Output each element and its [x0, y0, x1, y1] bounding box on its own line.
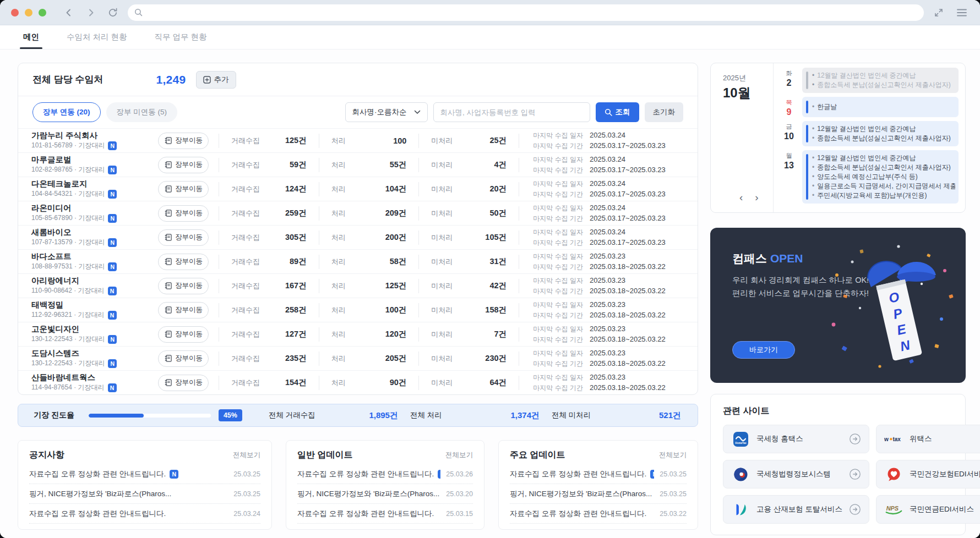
ledger-move-button[interactable]: 장부이동: [158, 326, 209, 343]
view-all-link[interactable]: 전체보기: [445, 451, 473, 460]
ledger-move-button[interactable]: 장부이동: [158, 254, 209, 270]
table-row[interactable]: 고운빛디자인130-12-22543 · 기장대리N장부이동거래수집127건처리…: [18, 322, 698, 346]
last-collect-period-value: 2025.03.17~2025.03.23: [590, 166, 666, 174]
calendar-prev-button[interactable]: ‹: [738, 191, 744, 204]
ledger-move-button[interactable]: 장부이동: [158, 157, 209, 173]
svg-text:HomeTax: HomeTax: [735, 441, 747, 444]
board-item[interactable]: 자료수집 오류 정상화 관련 안내드립니다.25.03.15: [297, 504, 473, 524]
company-name: 새롬바이오: [31, 228, 158, 237]
board-item[interactable]: 핑거, NICE평가정보와 'Biz파로스(Pharos...25.03.25: [29, 484, 260, 504]
reload-button[interactable]: [106, 6, 120, 20]
last-collect-date-value: 2025.03.23: [590, 325, 625, 333]
site-link-wetax[interactable]: wtax위택스: [876, 425, 980, 453]
table-row[interactable]: 도담시스템즈130-12-22543 · 기장대리N장부이동거래수집235건처리…: [18, 346, 698, 370]
last-collect-date-value: 2025.03.23: [590, 252, 625, 260]
close-window-button[interactable]: [11, 9, 19, 17]
ledger-book-icon: [164, 282, 172, 290]
column-divider: [519, 230, 519, 245]
board-item[interactable]: 자료수집 오류 정상화 관련 안내드립니다.25.03.24: [29, 504, 260, 524]
company-search-input[interactable]: [433, 102, 590, 122]
add-client-button[interactable]: 추가: [196, 71, 236, 89]
unprocessed-value: 158건: [485, 305, 507, 315]
board-item[interactable]: 핑거, NICE평가정보와 'Biz파로스(Pharos...25.03.20: [297, 484, 473, 504]
ledger-move-button[interactable]: 장부이동: [158, 278, 209, 294]
table-row[interactable]: 마루글로벌102-82-98765 · 기장대리N장부이동거래수집59건처리55…: [18, 152, 698, 177]
site-link-law-info[interactable]: 국세청법령정보시스템: [723, 460, 869, 488]
new-badge: N: [438, 470, 440, 479]
maximize-window-button[interactable]: [39, 9, 46, 17]
company-registration: 101-81-56789 · 기장대리: [31, 141, 105, 150]
banner-cta-button[interactable]: 바로가기: [732, 341, 795, 359]
unprocessed-value: 4건: [494, 160, 507, 170]
column-divider: [319, 376, 319, 390]
reset-button[interactable]: 초기화: [645, 102, 684, 122]
ledger-book-icon: [164, 306, 172, 314]
tab-수임처 처리 현황[interactable]: 수임처 처리 현황: [67, 25, 127, 49]
processed-label: 처리: [331, 305, 346, 315]
last-collect-period-value: 2025.03.18~2025.03.22: [590, 311, 666, 319]
table-row[interactable]: 바다소프트108-88-97531 · 기장대리N장부이동거래수집89건처리58…: [18, 249, 698, 273]
menu-button[interactable]: [955, 6, 969, 20]
minimize-window-button[interactable]: [25, 9, 32, 17]
last-collect-period-value: 2025.03.18~2025.03.22: [590, 359, 666, 367]
board-item[interactable]: 자료수집 오류 정상화 관련 안내드립니다.25.03.22: [510, 504, 687, 524]
company-name: 라온미디어: [31, 204, 158, 213]
client-panel-header: 전체 담당 수임처 1,249 추가: [18, 63, 698, 96]
table-row[interactable]: 새롬바이오107-87-13579 · 기장대리N장부이동거래수집305건처리2…: [18, 225, 698, 249]
ledger-move-button[interactable]: 장부이동: [158, 133, 209, 149]
ledger-move-button[interactable]: 장부이동: [158, 181, 209, 197]
board-item-date: 25.03.15: [446, 510, 473, 518]
calendar-year: 2025년: [723, 73, 773, 83]
board-item-text: 자료수집 오류 정상화 관련 안내드립니다.: [510, 509, 646, 519]
sort-select-value: 회사명·오름차순: [352, 107, 407, 117]
bullet-icon: •: [812, 154, 814, 162]
unprocessed-value: 64건: [489, 377, 507, 388]
board-item[interactable]: 자료수집 오류 정상화 관련 안내드립니다.N25.03.26: [297, 464, 473, 484]
collect-value: 125건: [285, 135, 307, 146]
view-all-link[interactable]: 전체보기: [659, 451, 687, 460]
summary-stat: 전체 거래수집1,895건: [269, 410, 410, 421]
board-item[interactable]: 자료수집 오류 정상화 관련 안내드립니다.N25.03.25: [510, 464, 687, 484]
table-row[interactable]: 산들바람네트웍스114-94-87654 · 기장대리N장부이동거래수집154건…: [18, 370, 698, 394]
unprocessed-value: 42건: [489, 281, 507, 291]
search-button[interactable]: 조회: [596, 102, 639, 122]
back-button[interactable]: [62, 6, 76, 20]
ledger-move-button[interactable]: 장부이동: [158, 302, 209, 319]
last-collection-info: 마지막 수집 일자2025.03.23마지막 수집 기간2025.03.18~2…: [521, 276, 684, 296]
site-link-nps-edi[interactable]: NPS국민연금EDI서비스: [876, 495, 980, 524]
board-item[interactable]: 자료수집 오류 정상화 관련 안내드립니다.N25.03.25: [29, 464, 260, 484]
ledger-move-button[interactable]: 장부이동: [158, 375, 209, 391]
board-item[interactable]: 핑거, NICE평가정보와 'Biz파로스(Pharos...25.03.25: [510, 484, 687, 504]
ledger-unlinked-filter[interactable]: 장부 미연동 (5): [106, 102, 178, 122]
ledger-move-label: 장부이동: [175, 160, 203, 169]
tab-직무 업무 현황[interactable]: 직무 업무 현황: [155, 25, 207, 49]
ledger-move-button[interactable]: 장부이동: [158, 229, 209, 246]
employment-insurance-icon: [731, 502, 750, 517]
table-row[interactable]: 태백정밀112-92-96321 · 기장대리N장부이동거래수집258건처리10…: [18, 298, 698, 322]
calendar-next-button[interactable]: ›: [754, 191, 759, 204]
processed-value: 100건: [385, 305, 407, 315]
last-collect-period-value: 2025.03.18~2025.03.22: [590, 262, 666, 271]
table-row[interactable]: 가람누리 주식회사101-81-56789 · 기장대리N장부이동거래수집125…: [18, 128, 698, 152]
last-collect-period-label: 마지막 수집 기간: [530, 141, 583, 151]
column-divider: [319, 255, 319, 269]
url-bar[interactable]: [128, 4, 924, 21]
ledger-move-button[interactable]: 장부이동: [158, 205, 209, 222]
view-all-link[interactable]: 전체보기: [233, 451, 260, 460]
sort-select[interactable]: 회사명·오름차순: [345, 102, 428, 122]
site-link-hometax[interactable]: HomeTax국세청 홈택스: [723, 425, 869, 453]
expand-button[interactable]: [932, 6, 946, 20]
bullet-icon: •: [812, 191, 814, 199]
ledger-linked-filter[interactable]: 장부 연동 (20): [32, 102, 101, 122]
site-link-health-edi[interactable]: 국민건강보험EDI서비스: [876, 460, 980, 488]
ledger-move-button[interactable]: 장부이동: [158, 350, 209, 367]
site-link-employment-total[interactable]: 고용 산재보험 토탈서비스: [723, 495, 869, 524]
table-row[interactable]: 라온미디어105-85-67890 · 기장대리N장부이동거래수집259건처리2…: [18, 201, 698, 225]
arrow-right-icon: [849, 468, 861, 480]
table-row[interactable]: 다온테크놀로지104-84-54321 · 기장대리N장부이동거래수집124건처…: [18, 177, 698, 201]
last-collect-period-value: 2025.03.17~2025.03.23: [590, 190, 666, 198]
search-button-label: 조회: [616, 107, 630, 117]
tab-메인[interactable]: 메인: [23, 25, 39, 49]
forward-button[interactable]: [84, 6, 98, 20]
table-row[interactable]: 아리랑에너지110-90-08642 · 기장대리N장부이동거래수집167건처리…: [18, 273, 698, 298]
